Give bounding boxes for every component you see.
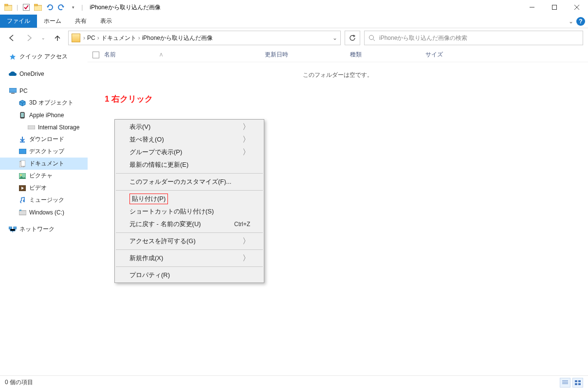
ctx-label: 新規作成(X): [129, 254, 163, 263]
recent-dropdown-icon[interactable]: ⌄: [40, 31, 47, 45]
disk-icon: [18, 209, 26, 216]
ctx-sort[interactable]: 並べ替え(O) 〉: [115, 133, 264, 146]
sidebar-network[interactable]: ネットワーク: [0, 223, 88, 235]
svg-rect-23: [19, 211, 26, 215]
ctx-label: 貼り付け(P): [129, 194, 168, 204]
sidebar-apple-iphone[interactable]: Apple iPhone: [0, 109, 88, 121]
phone-icon: [18, 111, 26, 119]
sidebar-pc[interactable]: PC: [0, 85, 88, 97]
sidebar-item-label: PC: [19, 88, 28, 94]
search-box[interactable]: iPhoneから取り込んだ画像の検索: [364, 31, 583, 45]
sidebar-item-label: ピクチャ: [29, 172, 53, 180]
breadcrumb[interactable]: › PC › ドキュメント › iPhoneから取り込んだ画像: [83, 34, 213, 42]
svg-point-21: [20, 174, 22, 176]
ctx-customize[interactable]: このフォルダーのカスタマイズ(F)...: [115, 176, 264, 188]
svg-rect-15: [28, 125, 35, 129]
context-menu: 表示(V) 〉 並べ替え(O) 〉 グループで表示(P) 〉 最新の情報に更新(…: [114, 119, 264, 283]
sidebar-item-label: ネットワーク: [19, 225, 55, 233]
submenu-arrow-icon: 〉: [242, 147, 250, 158]
close-button[interactable]: [566, 0, 588, 15]
sidebar-videos[interactable]: ビデオ: [0, 182, 88, 194]
svg-rect-1: [4, 4, 8, 6]
sidebar-onedrive[interactable]: OneDrive: [0, 68, 88, 80]
desktop-icon: [18, 148, 26, 156]
ctx-view[interactable]: 表示(V) 〉: [115, 121, 264, 133]
sidebar-item-label: Apple iPhone: [29, 112, 64, 119]
sidebar-item-label: ビデオ: [29, 184, 47, 192]
ctx-label: アクセスを許可する(G): [129, 237, 196, 246]
videos-icon: [18, 184, 26, 192]
drive-icon: [27, 124, 35, 131]
window-title: iPhoneから取り込んだ画像: [90, 3, 160, 12]
column-headers: 名前 ᐱ 更新日時 種類 サイズ: [88, 48, 588, 62]
tab-file[interactable]: ファイル: [0, 15, 37, 28]
ctx-label: プロパティ(R): [129, 271, 170, 280]
svg-rect-30: [575, 380, 577, 382]
svg-point-9: [369, 35, 374, 40]
sidebar-desktop[interactable]: デスクトップ: [0, 145, 88, 158]
select-all-checkbox[interactable]: [92, 52, 99, 58]
minimize-button[interactable]: [521, 0, 543, 15]
forward-button[interactable]: [22, 31, 36, 45]
ctx-separator: [116, 249, 263, 250]
sidebar-quick-access[interactable]: クイック アクセス: [0, 51, 88, 63]
ctx-refresh[interactable]: 最新の情報に更新(E): [115, 159, 264, 171]
sidebar-windows-c[interactable]: Windows (C:): [0, 206, 88, 218]
sidebar-pictures[interactable]: ピクチャ: [0, 170, 88, 182]
svg-rect-26: [14, 227, 17, 229]
documents-icon: [18, 160, 26, 168]
column-name[interactable]: 名前 ᐱ: [104, 51, 265, 59]
svg-rect-33: [578, 383, 581, 385]
ctx-give-access[interactable]: アクセスを許可する(G) 〉: [115, 235, 264, 248]
svg-rect-19: [21, 160, 25, 166]
sidebar-item-label: クイック アクセス: [19, 53, 68, 61]
ctx-separator: [116, 190, 263, 191]
ribbon-collapse-icon[interactable]: ⌄: [569, 18, 573, 25]
sidebar-internal-storage[interactable]: Internal Storage: [0, 121, 88, 133]
ctx-group[interactable]: グループで表示(P) 〉: [115, 146, 264, 159]
new-folder-icon[interactable]: [33, 2, 43, 13]
svg-rect-6: [552, 5, 557, 10]
thumbnails-view-button[interactable]: [572, 378, 583, 388]
qat-dropdown-icon[interactable]: ▾: [68, 2, 78, 13]
properties-checkbox-icon[interactable]: [21, 2, 32, 13]
address-bar[interactable]: › PC › ドキュメント › iPhoneから取り込んだ画像 ⌄: [68, 31, 341, 45]
back-button[interactable]: [5, 31, 18, 45]
ctx-paste-shortcut[interactable]: ショートカットの貼り付け(S): [115, 205, 264, 218]
tab-share[interactable]: 共有: [68, 15, 93, 28]
ctx-properties[interactable]: プロパティ(R): [115, 269, 264, 282]
column-size[interactable]: サイズ: [425, 51, 474, 59]
ctx-undo[interactable]: 元に戻す - 名前の変更(U) Ctrl+Z: [115, 218, 264, 230]
help-icon[interactable]: ?: [576, 17, 585, 26]
sidebar-3d-objects[interactable]: 3D オブジェクト: [0, 97, 88, 109]
redo-icon[interactable]: [56, 2, 67, 13]
ctx-new[interactable]: 新規作成(X) 〉: [115, 252, 264, 265]
sort-asc-icon: ᐱ: [160, 53, 163, 57]
ctx-paste[interactable]: 貼り付け(P): [115, 193, 264, 205]
maximize-button[interactable]: [543, 0, 566, 15]
navigation-pane: クイック アクセス OneDrive PC 3D オブジェクト Ap: [0, 48, 88, 374]
sidebar-music[interactable]: ミュージック: [0, 194, 88, 206]
details-view-button[interactable]: [560, 378, 570, 388]
address-dropdown-icon[interactable]: ⌄: [332, 35, 337, 41]
search-icon: [368, 35, 375, 41]
sidebar-documents[interactable]: ドキュメント: [0, 158, 88, 170]
crumb-current[interactable]: iPhoneから取り込んだ画像: [142, 34, 213, 42]
folder-icon: [72, 34, 80, 42]
crumb-documents[interactable]: ドキュメント: [101, 34, 136, 42]
undo-icon[interactable]: [44, 2, 55, 13]
cloud-icon: [9, 70, 17, 78]
star-icon: [9, 53, 17, 61]
svg-rect-11: [9, 88, 17, 92]
tab-view[interactable]: 表示: [93, 15, 119, 28]
address-bar-row: ⌄ › PC › ドキュメント › iPhoneから取り込んだ画像 ⌄ iPho…: [0, 28, 588, 48]
tab-home[interactable]: ホーム: [37, 15, 68, 28]
svg-rect-4: [34, 4, 37, 6]
refresh-button[interactable]: [345, 31, 360, 45]
crumb-pc[interactable]: PC: [87, 35, 95, 41]
sidebar-downloads[interactable]: ダウンロード: [0, 133, 88, 145]
up-button[interactable]: [51, 31, 64, 45]
column-type[interactable]: 種類: [350, 51, 425, 59]
column-date[interactable]: 更新日時: [265, 51, 350, 59]
ctx-separator: [116, 266, 263, 267]
